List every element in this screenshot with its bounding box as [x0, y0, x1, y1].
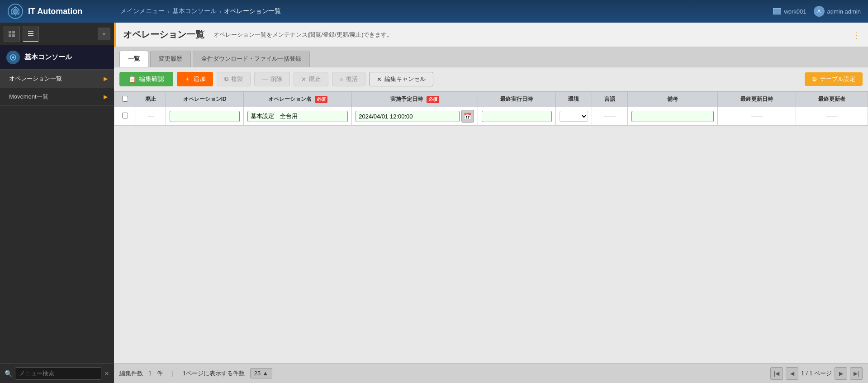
row-checkbox[interactable]	[122, 113, 128, 118]
sidebar-grid-btn[interactable]	[4, 26, 20, 42]
abolish-label: 廃止	[309, 75, 321, 83]
copy-button[interactable]: ⧉ 複製	[217, 72, 251, 86]
pager-last-btn[interactable]: ▶|	[850, 367, 863, 380]
sidebar-item-operations[interactable]: オペレーション一覧 ▶	[0, 70, 114, 88]
add-button[interactable]: ＋ 追加	[177, 72, 213, 86]
top-nav-right: work001 A admin admin	[773, 6, 861, 17]
content-area: オペレーション一覧 オペレーション一覧をメンテナンス(閲覧/登録/更新/廃止)で…	[114, 23, 868, 383]
search-clear-icon[interactable]: ✕	[104, 370, 109, 377]
restore-icon: ○	[340, 76, 343, 83]
page-info: 1 / 1 ページ	[801, 369, 832, 378]
edit-count-unit: 件	[157, 369, 163, 378]
page-title: オペレーション一覧	[123, 28, 204, 41]
sidebar-item-operations-arrow: ▶	[104, 76, 108, 82]
calendar-button[interactable]: 📅	[461, 110, 474, 123]
sidebar-module-header: 基本コンソール	[0, 45, 114, 70]
breadcrumb-console[interactable]: 基本コンソール	[172, 7, 217, 15]
svg-rect-10	[9, 34, 11, 37]
per-page-arrow: ▲	[262, 370, 268, 377]
pager-prev-btn[interactable]: ◀	[786, 367, 798, 380]
delete-button[interactable]: — 削除	[254, 72, 290, 86]
row-env-cell	[556, 107, 592, 126]
app-logo-icon	[7, 3, 24, 19]
row-date-input[interactable]	[356, 111, 460, 122]
header-scheduled-date: 実施予定日時 必須	[352, 92, 478, 107]
abolish-button[interactable]: ✕ 廃止	[294, 72, 328, 86]
header-last-update: 最終更新日時	[718, 92, 796, 107]
row-id-input[interactable]	[170, 111, 240, 122]
breadcrumb-current: オペレーション一覧	[224, 7, 281, 15]
module-icon	[6, 51, 20, 64]
breadcrumb: メインメニュー › 基本コンソール › オペレーション一覧	[120, 7, 773, 15]
row-lang-cell: ——	[592, 107, 628, 126]
row-note-cell	[628, 107, 718, 126]
add-label: 追加	[193, 75, 206, 83]
row-name-input[interactable]	[247, 111, 348, 122]
main-layout: « 基本コンソール オペレーション一覧 ▶ Movement一覧 ▶ 🔍 ✕ オ…	[0, 23, 868, 383]
breadcrumb-sep1: ›	[167, 8, 170, 15]
tab-history[interactable]: 変更履歴	[150, 51, 191, 67]
breadcrumb-sep2: ›	[219, 8, 222, 15]
row-note-input[interactable]	[631, 111, 714, 122]
search-icon: 🔍	[5, 370, 12, 377]
cancel-button[interactable]: ✕ 編集キャンセル	[369, 72, 433, 86]
edit-count-label: 編集件数	[119, 369, 143, 378]
svg-rect-9	[12, 31, 15, 33]
header-operation-name: オペレーション名 必須	[244, 92, 352, 107]
row-last-updater-value: ——	[826, 113, 838, 120]
tabs-bar: 一覧 変更履歴 全件ダウンロード・ファイル一括登録	[114, 47, 868, 67]
row-lang-dash: ——	[604, 113, 616, 120]
row-last-exec-input[interactable]	[482, 111, 552, 122]
data-table: 廃止 オペレーションID オペレーション名 必須 実施予定日時 必須 最終実行日…	[114, 91, 868, 126]
sidebar-top-bar: «	[0, 23, 114, 45]
settings-icon: ⚙	[812, 76, 817, 83]
sidebar-list-btn[interactable]	[23, 26, 39, 42]
pagination: |◀ ◀ 1 / 1 ページ ▶ ▶|	[770, 367, 863, 380]
search-input[interactable]	[15, 367, 101, 380]
pager-next-btn[interactable]: ▶	[835, 367, 847, 380]
scheduled-date-label: 実施予定日時	[390, 96, 423, 102]
restore-label: 復活	[346, 75, 358, 83]
row-env-select[interactable]	[560, 111, 588, 122]
row-last-updater-cell: ——	[796, 107, 868, 126]
sidebar-item-movement[interactable]: Movement一覧 ▶	[0, 88, 114, 106]
row-last-update-cell: ——	[718, 107, 796, 126]
sidebar-collapse-btn[interactable]: «	[98, 28, 110, 40]
breadcrumb-main[interactable]: メインメニュー	[120, 7, 165, 15]
workspace-icon	[773, 8, 781, 14]
page-header: オペレーション一覧 オペレーション一覧をメンテナンス(閲覧/登録/更新/廃止)で…	[114, 23, 868, 47]
table-row: — 📅	[114, 107, 868, 126]
per-page-select[interactable]: 25 ▲	[250, 368, 272, 378]
delete-icon: —	[262, 76, 268, 83]
restore-button[interactable]: ○ 復活	[332, 72, 365, 86]
sidebar-search-bar: 🔍 ✕	[0, 363, 114, 383]
cancel-icon: ✕	[377, 76, 382, 83]
abolish-icon: ✕	[301, 76, 306, 83]
sidebar: « 基本コンソール オペレーション一覧 ▶ Movement一覧 ▶ 🔍 ✕	[0, 23, 114, 383]
select-all-checkbox[interactable]	[122, 96, 128, 102]
confirm-button[interactable]: 📋 編集確認	[119, 72, 173, 86]
copy-label: 複製	[231, 75, 243, 83]
table-header-row: 廃止 オペレーションID オペレーション名 必須 実施予定日時 必須 最終実行日…	[114, 92, 868, 107]
header-language: 言語	[592, 92, 628, 107]
sidebar-item-movement-label: Movement一覧	[9, 93, 48, 101]
header-abolish: 廃止	[136, 92, 166, 107]
table-settings-button[interactable]: ⚙ テーブル設定	[805, 72, 863, 86]
page-menu-icon[interactable]: ⋮	[852, 29, 861, 40]
row-last-exec-cell	[478, 107, 555, 126]
logo-area: IT Automation	[7, 3, 120, 19]
row-date-cell: 📅	[352, 107, 478, 126]
workspace-info: work001	[773, 8, 806, 15]
required-badge-date: 必須	[427, 96, 439, 103]
required-badge-name: 必須	[315, 96, 327, 103]
operation-name-label: オペレーション名	[268, 96, 312, 102]
tab-download[interactable]: 全件ダウンロード・ファイル一括登録	[193, 51, 310, 67]
row-last-update-value: ——	[751, 113, 763, 120]
row-id-cell	[166, 107, 244, 126]
pager-first-btn[interactable]: |◀	[770, 367, 783, 380]
delete-label: 削除	[270, 75, 282, 83]
tab-list[interactable]: 一覧	[119, 51, 148, 67]
toolbar: 📋 編集確認 ＋ 追加 ⧉ 複製 — 削除 ✕ 廃止 ○ 復活	[114, 67, 868, 91]
user-avatar: A	[814, 6, 825, 17]
cancel-label: 編集キャンセル	[384, 75, 426, 83]
